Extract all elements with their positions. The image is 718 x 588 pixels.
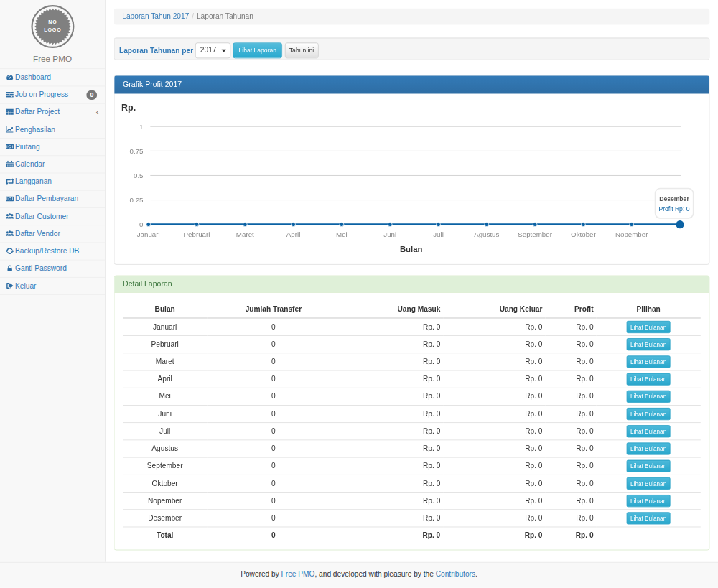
svg-text:0.5: 0.5	[134, 172, 144, 179]
svg-text:Nopember: Nopember	[615, 230, 648, 238]
svg-text:Agustus: Agustus	[474, 230, 499, 238]
svg-text:April: April	[286, 230, 301, 238]
svg-text:Januari: Januari	[137, 230, 160, 238]
svg-text:0.75: 0.75	[130, 147, 144, 155]
svg-text:Juni: Juni	[383, 230, 396, 238]
svg-text:Maret: Maret	[236, 230, 254, 238]
svg-text:Pebruari: Pebruari	[184, 230, 210, 238]
svg-text:0: 0	[139, 220, 144, 228]
svg-text:Juli: Juli	[433, 230, 444, 238]
svg-text:NO: NO	[48, 19, 57, 24]
svg-text:Mei: Mei	[336, 230, 348, 238]
svg-text:LOGO: LOGO	[44, 27, 61, 32]
svg-text:1: 1	[139, 122, 143, 130]
svg-text:Oktober: Oktober	[571, 230, 596, 238]
svg-text:0.25: 0.25	[130, 196, 144, 204]
svg-text:Rp.: Rp.	[121, 103, 136, 113]
svg-text:September: September	[518, 230, 552, 238]
svg-text:Bulan: Bulan	[400, 245, 423, 253]
